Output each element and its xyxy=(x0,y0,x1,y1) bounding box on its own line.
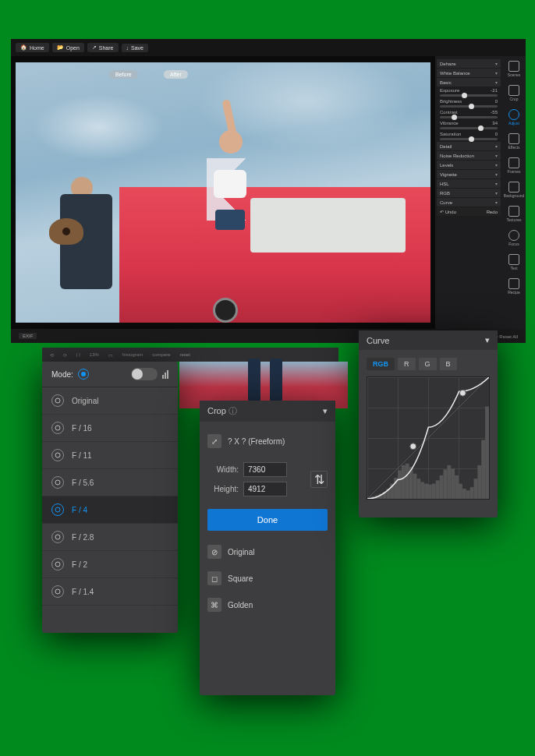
vibrance-slider[interactable]: Vibrance34 xyxy=(437,120,501,130)
tool-scenes[interactable]: Scenes xyxy=(505,61,523,77)
crop-header: Crop ⓘ▾ xyxy=(200,401,335,422)
section-rgb[interactable]: RGB▾ xyxy=(437,189,501,197)
channel-rgb[interactable]: RGB xyxy=(367,358,395,370)
crop-panel: Crop ⓘ▾ ⤢? X ? (Freeform) Width: Height:… xyxy=(200,401,335,695)
before-label[interactable]: Before xyxy=(109,70,138,79)
photo-editor-window: 🏠 Home 📂 Open ↗ Share ↓ Save Before Afte… xyxy=(11,39,526,343)
section-dehaze[interactable]: Dehaze▾ xyxy=(437,59,501,68)
reset-all-button[interactable]: ↻ Reset All xyxy=(494,334,518,339)
mode-toggle[interactable] xyxy=(131,368,158,380)
section-levels[interactable]: Levels▾ xyxy=(437,161,501,169)
channel-tabs: RGBRGB xyxy=(367,358,490,370)
swap-dimensions-button[interactable]: ⇅ xyxy=(310,471,328,488)
exposure-slider[interactable]: Exposure-21 xyxy=(437,87,501,97)
aperture-label: F / 1.4 xyxy=(72,588,94,596)
height-input[interactable] xyxy=(243,482,287,496)
crop-preset-golden[interactable]: ⌘Golden xyxy=(207,592,328,618)
done-button[interactable]: Done xyxy=(207,509,328,531)
tool-text[interactable]: Text xyxy=(505,254,523,270)
aperture-item-7[interactable]: F / 1.4 xyxy=(42,578,178,606)
crop-freeform-row[interactable]: ⤢? X ? (Freeform) xyxy=(207,434,328,448)
aperture-item-4[interactable]: F / 4 xyxy=(42,496,178,524)
after-label[interactable]: After xyxy=(164,70,188,79)
svg-point-1 xyxy=(55,426,60,430)
aperture-item-0[interactable]: Original xyxy=(42,387,178,415)
tool-textures[interactable]: Textures xyxy=(505,206,523,222)
section-noise-reduction[interactable]: Noise Reduction▾ xyxy=(437,151,501,160)
aperture-icon xyxy=(51,558,64,571)
tool-crop[interactable]: Crop xyxy=(505,85,523,101)
radial-mode-icon[interactable] xyxy=(78,369,89,380)
aperture-item-2[interactable]: F / 11 xyxy=(42,442,178,469)
tool-focus[interactable]: Focus xyxy=(505,230,523,246)
tool-frames[interactable]: Frames xyxy=(505,157,523,174)
collapse-icon[interactable]: ▾ xyxy=(323,406,328,416)
aperture-icon xyxy=(51,531,64,543)
section-detail[interactable]: Detail▾ xyxy=(437,142,501,150)
svg-point-3 xyxy=(55,480,60,485)
svg-line-40 xyxy=(367,377,489,499)
preset-label: Golden xyxy=(228,601,253,609)
svg-point-5 xyxy=(55,535,60,539)
tool-effects[interactable]: Effects xyxy=(505,133,523,150)
aperture-item-3[interactable]: F / 5.6 xyxy=(42,469,178,496)
saturation-slider[interactable]: Saturation0 xyxy=(437,131,501,141)
width-input[interactable] xyxy=(243,462,287,477)
top-toolbar: 🏠 Home 📂 Open ↗ Share ↓ Save xyxy=(11,39,526,56)
channel-b[interactable]: B xyxy=(440,358,457,370)
linear-mode-icon[interactable] xyxy=(162,369,168,379)
photo-person-guitar xyxy=(49,177,124,323)
channel-g[interactable]: G xyxy=(419,358,437,370)
aperture-list: OriginalF / 16F / 11F / 5.6F / 4F / 2.8F… xyxy=(42,387,178,606)
share-label: Share xyxy=(99,45,114,51)
image-canvas[interactable]: Before After xyxy=(16,62,430,323)
secondary-toolbar: ⟲⟳| |13%▭histogramcomparereset xyxy=(42,348,338,362)
aperture-icon xyxy=(51,503,64,516)
section-curve[interactable]: Curve▾ xyxy=(437,198,501,207)
aperture-item-1[interactable]: F / 16 xyxy=(42,415,178,442)
undo-redo-row: ↶ UndoRedo xyxy=(437,207,501,216)
section-white-balance[interactable]: White Balance▾ xyxy=(437,69,501,77)
aperture-item-6[interactable]: F / 2 xyxy=(42,551,178,578)
aperture-label: F / 16 xyxy=(72,424,92,433)
preset-icon: ◻ xyxy=(207,571,221,585)
open-label: Open xyxy=(66,45,80,51)
aperture-label: F / 11 xyxy=(72,451,92,460)
aperture-icon xyxy=(51,449,64,461)
save-button[interactable]: ↓ Save xyxy=(122,44,148,52)
channel-r[interactable]: R xyxy=(398,358,416,370)
home-label: Home xyxy=(30,45,44,51)
tool-adjust[interactable]: Adjust xyxy=(505,109,523,125)
crop-preset-square[interactable]: ◻Square xyxy=(207,565,328,592)
preset-label: Original xyxy=(228,548,254,556)
collapse-icon[interactable]: ▾ xyxy=(485,335,490,345)
exif-dropdown[interactable]: EXIF xyxy=(19,333,37,339)
width-label: Width: xyxy=(207,465,239,474)
redo-button[interactable]: Redo xyxy=(487,210,498,214)
preset-icon: ⊘ xyxy=(207,545,221,559)
aperture-panel: Mode: OriginalF / 16F / 11F / 5.6F / 4F … xyxy=(42,362,178,633)
mode-label: Mode: xyxy=(51,370,73,379)
aperture-item-5[interactable]: F / 2.8 xyxy=(42,524,178,551)
undo-button[interactable]: ↶ Undo xyxy=(440,209,456,214)
crop-presets: ⊘Original◻Square⌘Golden xyxy=(207,539,328,618)
section-hsl[interactable]: HSL▾ xyxy=(437,179,501,188)
brightness-slider[interactable]: Brightness0 xyxy=(437,98,501,108)
share-button[interactable]: ↗ Share xyxy=(87,43,119,52)
svg-point-4 xyxy=(55,507,60,512)
svg-point-0 xyxy=(55,398,60,403)
curve-editor[interactable] xyxy=(367,376,490,500)
open-button[interactable]: 📂 Open xyxy=(52,43,84,52)
curve-header: Curve▾ xyxy=(359,330,498,350)
home-button[interactable]: 🏠 Home xyxy=(16,43,49,52)
contrast-slider[interactable]: Contrast-55 xyxy=(437,109,501,119)
tool-recipe[interactable]: Recipe xyxy=(505,278,523,295)
photo-person-arms-up xyxy=(190,99,281,297)
height-label: Height: xyxy=(207,485,239,493)
tool-background[interactable]: Background xyxy=(505,182,523,198)
crop-preset-original[interactable]: ⊘Original xyxy=(207,539,328,565)
aperture-label: Original xyxy=(72,397,98,405)
section-vignette[interactable]: Vignette▾ xyxy=(437,170,501,178)
tool-strip: Scenes Crop Adjust Effects Frames Backgr… xyxy=(502,56,526,329)
section-basic[interactable]: Basic▾ xyxy=(437,78,501,87)
